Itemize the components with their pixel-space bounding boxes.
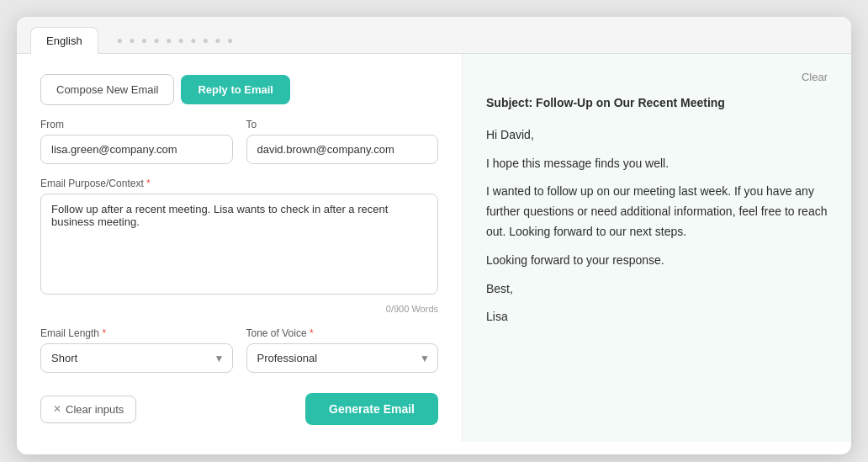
mode-button-group: Compose New Email Reply to Email — [40, 74, 438, 105]
tab-bar: English ● ● ● ● ● ● ● ● ● ● — [17, 17, 851, 54]
tone-required-star: * — [310, 327, 314, 339]
email-line3: Looking forward to your response. — [486, 251, 828, 271]
compose-new-email-button[interactable]: Compose New Email — [40, 74, 174, 105]
from-label: From — [40, 119, 233, 130]
length-select-wrapper: Short Medium Long ▼ — [40, 343, 233, 373]
from-to-row: From To — [40, 119, 438, 164]
reply-to-email-button[interactable]: Reply to Email — [181, 75, 290, 104]
email-line2: I wanted to follow up on our meeting las… — [486, 182, 828, 242]
from-input[interactable] — [40, 135, 233, 164]
tab-english-label: English — [46, 35, 82, 47]
length-select[interactable]: Short Medium Long — [40, 343, 233, 373]
purpose-label: Email Purpose/Context * — [40, 178, 438, 189]
clear-preview-button[interactable]: Clear — [486, 71, 828, 83]
length-select-group: Email Length * Short Medium Long ▼ — [40, 327, 233, 373]
right-panel: Clear Subject: Follow-Up on Our Recent M… — [463, 54, 851, 442]
email-subject: Subject: Follow-Up on Our Recent Meeting — [486, 93, 828, 114]
tab-ghost: ● ● ● ● ● ● ● ● ● ● — [102, 28, 251, 53]
email-greeting: Hi David, — [486, 125, 828, 146]
purpose-textarea-wrapper: Follow up after a recent meeting. Lisa w… — [40, 194, 438, 298]
email-closing: Best, — [486, 279, 828, 300]
tone-label: Tone of Voice * — [246, 327, 439, 339]
left-panel: Compose New Email Reply to Email From To… — [17, 54, 463, 442]
purpose-field-group: Email Purpose/Context * Follow up after … — [40, 178, 438, 314]
tone-select[interactable]: Professional Casual Formal Friendly — [246, 343, 439, 373]
clear-x-icon: ✕ — [53, 403, 61, 415]
clear-inputs-button[interactable]: ✕ Clear inputs — [40, 396, 136, 423]
email-preview: Subject: Follow-Up on Our Recent Meeting… — [486, 93, 828, 336]
email-line1: I hope this message finds you well. — [486, 154, 828, 174]
selects-row: Email Length * Short Medium Long ▼ — [40, 327, 438, 373]
tab-english[interactable]: English — [30, 27, 98, 54]
required-star: * — [146, 178, 151, 189]
to-field-group: To — [246, 119, 439, 164]
main-content: Compose New Email Reply to Email From To… — [17, 54, 851, 442]
length-required-star: * — [102, 327, 106, 339]
from-field-group: From — [40, 119, 233, 164]
purpose-textarea[interactable]: Follow up after a recent meeting. Lisa w… — [40, 194, 438, 295]
bottom-bar: ✕ Clear inputs Generate Email — [40, 386, 438, 425]
length-label: Email Length * — [40, 327, 233, 339]
word-count: 0/900 Words — [40, 304, 438, 314]
app-window: English ● ● ● ● ● ● ● ● ● ● Compose New … — [17, 17, 851, 454]
email-name: Lisa — [486, 307, 828, 327]
to-label: To — [246, 119, 439, 130]
to-input[interactable] — [246, 135, 439, 164]
clear-inputs-label: Clear inputs — [66, 403, 124, 416]
generate-email-button[interactable]: Generate Email — [305, 393, 438, 425]
tone-select-group: Tone of Voice * Professional Casual Form… — [246, 327, 439, 373]
tone-select-wrapper: Professional Casual Formal Friendly ▼ — [246, 343, 439, 373]
